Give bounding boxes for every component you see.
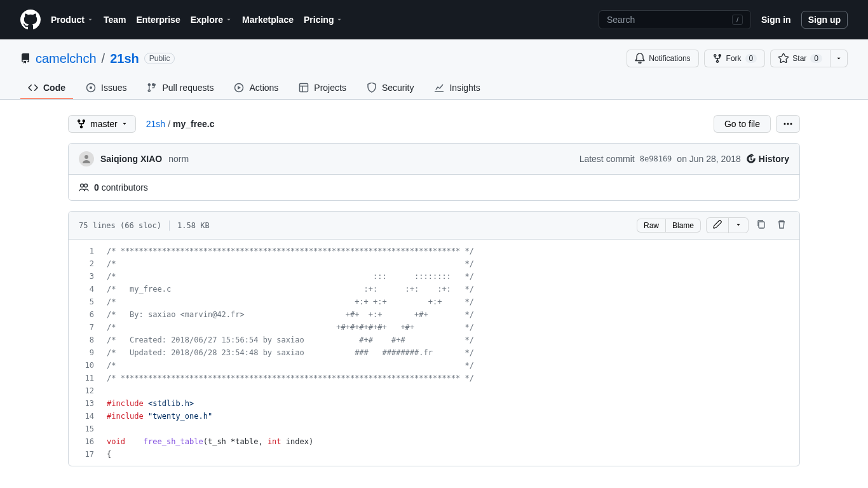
repo-header: camelchch / 21sh Public Notifications Fo… [0, 39, 868, 100]
breadcrumb: 21sh/my_free.c [146, 119, 215, 129]
trash-icon [776, 219, 787, 229]
svg-point-6 [790, 123, 792, 125]
branch-icon [76, 119, 86, 129]
sign-up-button[interactable]: Sign up [801, 11, 848, 29]
svg-point-4 [784, 123, 786, 125]
repo-tabs: Code Issues Pull requests Actions Projec… [20, 78, 848, 99]
file-info: 75 lines (66 sloc) 1.58 KB [79, 220, 210, 231]
delete-button[interactable] [774, 217, 789, 234]
notifications-button[interactable]: Notifications [627, 50, 698, 67]
edit-button[interactable] [706, 217, 729, 233]
commit-sha[interactable]: 8e98169 [640, 154, 672, 163]
nav-team[interactable]: Team [104, 15, 126, 25]
commit-box: Saiqiong XIAO norm Latest commit 8e98169… [68, 143, 800, 201]
file-navigation: master 21sh/my_free.c Go to file [68, 115, 800, 133]
avatar[interactable] [79, 151, 94, 166]
line-numbers[interactable]: 1234567891011121314151617 [69, 240, 100, 466]
commit-message[interactable]: norm [168, 154, 189, 164]
repo-icon [20, 53, 31, 64]
search-input[interactable]: Search / [599, 10, 751, 29]
star-button[interactable]: Star0 [770, 50, 831, 67]
pr-icon [147, 83, 157, 93]
svg-point-1 [90, 86, 92, 89]
tab-code[interactable]: Code [20, 78, 73, 99]
commit-date: on Jun 28, 2018 [677, 154, 740, 164]
svg-rect-10 [759, 222, 764, 228]
actions-icon [234, 83, 244, 93]
bell-icon [635, 53, 645, 64]
breadcrumb-file: my_free.c [173, 119, 214, 129]
fork-icon [712, 53, 722, 64]
person-icon [81, 154, 92, 164]
history-link[interactable]: History [746, 154, 789, 164]
chevron-down-icon [121, 121, 128, 127]
svg-point-5 [787, 123, 789, 125]
tab-insights[interactable]: Insights [426, 78, 487, 99]
shield-icon [367, 83, 377, 93]
sign-in-link[interactable]: Sign in [761, 15, 791, 25]
nav-enterprise[interactable]: Enterprise [136, 15, 180, 25]
projects-icon [299, 83, 309, 93]
branch-select[interactable]: master [68, 115, 136, 133]
tab-security[interactable]: Security [359, 78, 422, 99]
code-content[interactable]: /* *************************************… [100, 240, 799, 466]
slash-hint: / [732, 15, 743, 25]
go-to-file-button[interactable]: Go to file [714, 115, 771, 133]
breadcrumb-root[interactable]: 21sh [146, 119, 165, 129]
issues-icon [86, 83, 96, 93]
tab-actions[interactable]: Actions [226, 78, 286, 99]
latest-commit-label: Latest commit [580, 154, 635, 164]
nav-marketplace[interactable]: Marketplace [242, 15, 294, 25]
edit-dropdown[interactable] [729, 217, 749, 233]
svg-rect-3 [300, 84, 308, 92]
visibility-badge: Public [144, 53, 175, 64]
graph-icon [434, 83, 444, 93]
nav-product[interactable]: Product [51, 15, 93, 25]
global-header: Product Team Enterprise Explore Marketpl… [0, 0, 868, 39]
owner-link[interactable]: camelchch [36, 51, 97, 66]
tab-issues[interactable]: Issues [78, 78, 134, 99]
nav-pricing[interactable]: Pricing [304, 15, 342, 25]
svg-point-9 [85, 184, 88, 187]
raw-button[interactable]: Raw [637, 219, 666, 233]
svg-point-8 [81, 184, 84, 187]
tab-projects[interactable]: Projects [291, 78, 354, 99]
tab-pulls[interactable]: Pull requests [139, 78, 221, 99]
file-box: 75 lines (66 sloc) 1.58 KB Raw Blame 123… [68, 211, 800, 466]
github-logo-icon[interactable] [20, 10, 41, 30]
header-right: Search / Sign in Sign up [599, 10, 848, 29]
copy-button[interactable] [754, 217, 769, 234]
svg-point-7 [85, 155, 88, 159]
history-icon [746, 154, 756, 164]
more-options-button[interactable] [776, 115, 800, 133]
repo-title: camelchch / 21sh Public [20, 51, 175, 66]
copy-icon [756, 219, 766, 229]
repo-actions: Notifications Fork0 Star0 [627, 50, 848, 67]
commit-author[interactable]: Saiqiong XIAO [100, 154, 162, 164]
blame-button[interactable]: Blame [666, 219, 701, 233]
nav-explore[interactable]: Explore [191, 15, 232, 25]
star-dropdown[interactable] [831, 50, 848, 67]
chevron-down-icon [735, 222, 742, 228]
pencil-icon [713, 220, 722, 229]
repo-link[interactable]: 21sh [110, 51, 139, 65]
contributors-row: 0 contributors [69, 175, 799, 200]
kebab-icon [783, 119, 793, 129]
fork-button[interactable]: Fork0 [704, 50, 766, 67]
header-left: Product Team Enterprise Explore Marketpl… [20, 10, 342, 30]
people-icon [79, 182, 89, 193]
code-icon [28, 83, 38, 93]
code-area: 1234567891011121314151617 /* ***********… [69, 240, 799, 466]
star-icon [778, 53, 789, 64]
